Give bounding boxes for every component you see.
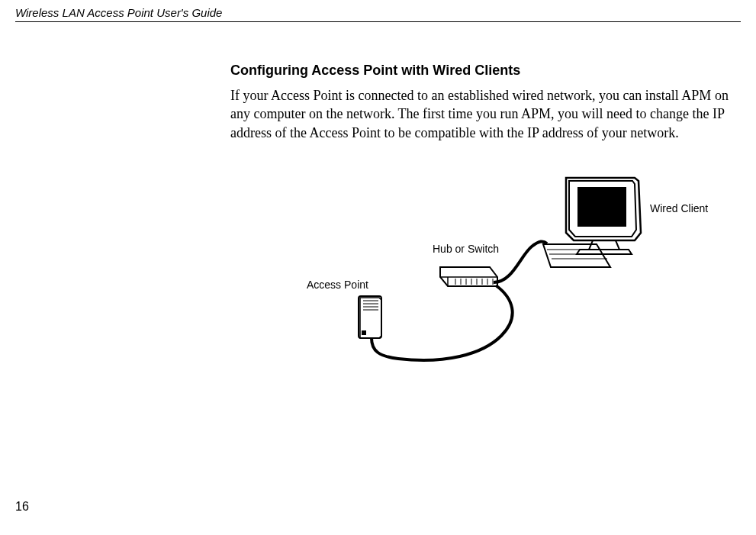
document-title: Wireless LAN Access Point User's Guide (15, 6, 222, 19)
diagram-svg (230, 164, 726, 378)
access-point-icon (359, 296, 381, 338)
section-heading: Configuring Access Point with Wired Clie… (230, 63, 741, 79)
page-number: 16 (15, 500, 29, 514)
cable-hub-to-client (494, 241, 547, 282)
hub-switch-icon (440, 267, 497, 286)
page-header: Wireless LAN Access Point User's Guide (15, 6, 741, 22)
hub-switch-label: Hub or Switch (433, 243, 499, 255)
svg-rect-19 (362, 330, 366, 335)
section-body-text: If your Access Point is connected to an … (230, 86, 741, 142)
content-area: Configuring Access Point with Wired Clie… (230, 63, 741, 142)
svg-rect-0 (577, 187, 626, 227)
wired-client-label: Wired Client (650, 202, 708, 214)
access-point-label: Access Point (307, 279, 368, 291)
cable-ap-to-hub (372, 285, 513, 360)
computer-monitor-icon (543, 178, 641, 267)
network-diagram: Access Point Hub or Switch Wired Client (230, 164, 726, 378)
